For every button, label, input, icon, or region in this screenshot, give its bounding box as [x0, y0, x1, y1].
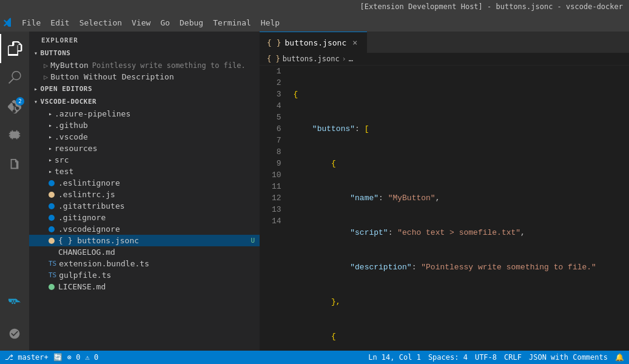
chevron-down-icon: ▾	[34, 50, 38, 56]
folder-vscode[interactable]: ▸ .vscode	[29, 131, 260, 143]
statusbar-right: Ln 14, Col 1 Spaces: 4 UTF-8 CRLF JSON w…	[368, 353, 624, 362]
file-changelog-label: CHANGELOG.md	[49, 248, 115, 257]
titlebar-text: [Extension Development Host] - buttons.j…	[360, 2, 623, 11]
menu-selection[interactable]: Selection	[75, 17, 127, 29]
code-line-4: "name": "MyButton",	[294, 192, 629, 204]
file-buttons-jsonc[interactable]: { } buttons.jsonc U	[29, 235, 260, 246]
code-line-8: {	[294, 331, 629, 342]
activity-extensions[interactable]	[0, 150, 29, 180]
menu-terminal[interactable]: Terminal	[208, 17, 256, 29]
tab-label: buttons.jsonc	[284, 38, 346, 47]
file-eslintignore[interactable]: .eslintignore	[29, 177, 260, 189]
debug-icon	[8, 129, 21, 143]
code-line-5: "script": "echo text > somefile.txt",	[294, 227, 629, 238]
code-content[interactable]: { "buttons": [ { "name": "MyButton", "sc…	[289, 66, 629, 351]
tree-item-mybutton[interactable]: ▷ MyButton Pointlessy write something to…	[29, 59, 260, 71]
file-gulpfile[interactable]: TS gulpfile.ts	[29, 269, 260, 281]
menu-edit[interactable]: Edit	[45, 17, 74, 29]
sync-icon[interactable]: 🔄	[53, 353, 62, 362]
line-numbers: 1 2 3 4 5 6 7 8 9 10 11 12 13 14	[260, 66, 289, 351]
mybutton-label: MyButton	[50, 61, 89, 70]
errors-count[interactable]: ⊗ 0	[67, 353, 81, 362]
file-license-label: LICENSE.md	[58, 282, 106, 291]
file-changelog[interactable]: CHANGELOG.md	[29, 246, 260, 258]
tabs-bar: { } buttons.jsonc ×	[260, 32, 629, 53]
cursor-position[interactable]: Ln 14, Col 1	[368, 353, 421, 362]
file-license[interactable]: LICENSE.md	[29, 281, 260, 292]
breadcrumb: { } buttons.jsonc › …	[260, 53, 629, 66]
triangle-right-icon: ▷	[44, 61, 48, 70]
folder-github[interactable]: ▸ .github	[29, 120, 260, 131]
editor-area: { } buttons.jsonc × { } buttons.jsonc › …	[260, 32, 629, 351]
activity-search[interactable]	[0, 63, 29, 92]
folder-github-label: .github	[55, 121, 88, 130]
section-buttons[interactable]: ▾ BUTTONS	[29, 47, 260, 59]
tab-buttons-jsonc[interactable]: { } buttons.jsonc ×	[260, 32, 367, 53]
folder-resources[interactable]: ▸ resources	[29, 143, 260, 154]
code-line-2: "buttons": [	[294, 123, 629, 135]
file-buttons-jsonc-label: { } buttons.jsonc	[58, 236, 139, 245]
folder-azure-pipelines[interactable]: ▸ .azure-pipelines	[29, 108, 260, 120]
warnings-count[interactable]: ⚠ 0	[85, 353, 98, 362]
activity-files[interactable]	[0, 34, 29, 63]
dot-green-icon	[49, 284, 55, 290]
folder-src[interactable]: ▸ src	[29, 154, 260, 166]
breadcrumb-path: …	[349, 55, 353, 63]
triangle-right-icon-2: ▷	[44, 73, 48, 81]
breadcrumb-sep: ›	[342, 55, 346, 63]
notifications-icon[interactable]: 🔔	[615, 353, 624, 362]
menu-help[interactable]: Help	[256, 17, 284, 29]
section-vscode-docker-label: VSCODE-DOCKER	[41, 98, 97, 106]
file-eslintrc[interactable]: .eslintrc.js	[29, 189, 260, 200]
menu-view[interactable]: View	[127, 17, 155, 29]
files-icon	[8, 41, 22, 56]
spaces[interactable]: Spaces: 4	[428, 353, 468, 362]
ts-icon: TS	[49, 260, 56, 268]
file-gitattributes[interactable]: .gitattributes	[29, 200, 260, 212]
file-extension-bundle[interactable]: TS extension.bundle.ts	[29, 258, 260, 269]
line-ending[interactable]: CRLF	[504, 353, 522, 362]
chevron-right-icon-src: ▸	[49, 157, 52, 163]
breadcrumb-file: buttons.jsonc	[283, 55, 340, 63]
chevron-right-icon-vscode: ▸	[49, 133, 52, 140]
code-editor[interactable]: 1 2 3 4 5 6 7 8 9 10 11 12 13 14 { "butt…	[260, 66, 629, 351]
file-eslintrc-label: .eslintrc.js	[58, 190, 115, 199]
search-icon	[8, 71, 21, 84]
titlebar: [Extension Development Host] - buttons.j…	[0, 0, 629, 13]
section-vscode-docker[interactable]: ▾ VSCODE-DOCKER	[29, 95, 260, 108]
file-gitignore[interactable]: .gitignore	[29, 212, 260, 223]
activity-docker[interactable]	[0, 290, 29, 319]
sidebar-title: EXPLORER	[29, 32, 260, 47]
mybutton-desc: Pointlessy write something to file.	[92, 61, 246, 70]
dot-yellow-icon	[49, 192, 55, 198]
section-open-editors-label: OPEN EDITORS	[41, 85, 92, 93]
folder-test[interactable]: ▸ test	[29, 166, 260, 177]
code-line-3: {	[294, 158, 629, 169]
folder-vscode-label: .vscode	[55, 132, 88, 141]
remote-icon	[8, 328, 21, 340]
statusbar-left: ⎇ master+ 🔄 ⊗ 0 ⚠ 0	[5, 353, 98, 362]
activity-git[interactable]: 2	[0, 92, 29, 121]
menubar: File Edit Selection View Go Debug Termin…	[0, 13, 629, 32]
tree-item-button-no-desc[interactable]: ▷ Button Without Description	[29, 71, 260, 83]
dot-blue-icon	[49, 180, 55, 186]
docker-icon	[8, 298, 21, 311]
code-line-6: "description": "Pointlessy write somethi…	[294, 261, 629, 273]
git-badge: 2	[16, 97, 24, 106]
menu-debug[interactable]: Debug	[175, 17, 208, 29]
tab-close-button[interactable]: ×	[350, 38, 360, 47]
statusbar: ⎇ master+ 🔄 ⊗ 0 ⚠ 0 Ln 14, Col 1 Spaces:…	[0, 351, 629, 364]
code-line-7: },	[294, 296, 629, 308]
ts-icon-2: TS	[49, 271, 56, 279]
menu-file[interactable]: File	[17, 17, 45, 29]
git-branch[interactable]: ⎇ master+	[5, 353, 49, 362]
file-vscodeignore[interactable]: .vscodeignore	[29, 223, 260, 235]
section-open-editors[interactable]: ▸ OPEN EDITORS	[29, 83, 260, 95]
menu-go[interactable]: Go	[155, 17, 175, 29]
activity-debug[interactable]	[0, 121, 29, 150]
language-mode[interactable]: JSON with Comments	[529, 353, 608, 362]
encoding[interactable]: UTF-8	[475, 353, 497, 362]
activity-remote[interactable]	[0, 319, 29, 348]
folder-resources-label: resources	[55, 144, 97, 153]
activity-bar: 2	[0, 32, 29, 351]
